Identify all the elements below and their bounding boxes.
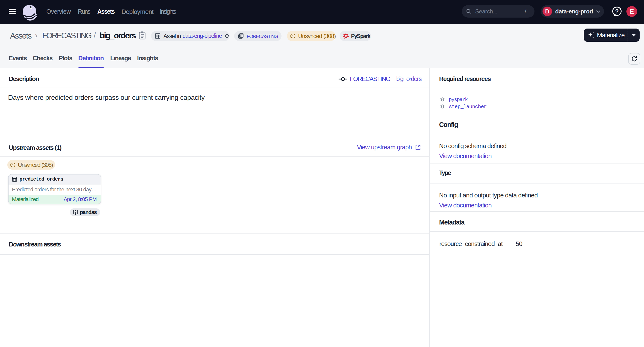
- svg-text:?: ?: [615, 8, 619, 15]
